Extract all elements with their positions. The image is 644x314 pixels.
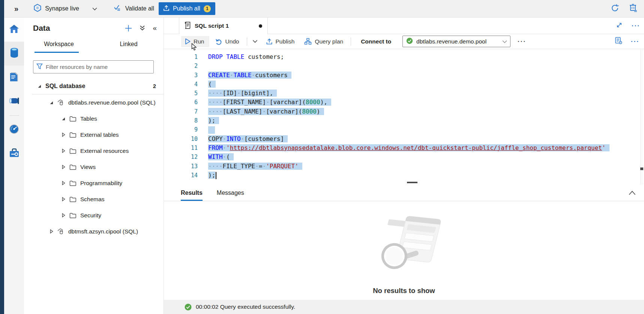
validate-label: Validate all	[125, 5, 154, 12]
chevron-collapsed-icon[interactable]	[61, 181, 66, 185]
code-line-12[interactable]: 12WITH·(	[164, 153, 640, 161]
tab-linked[interactable]: Linked	[94, 38, 164, 53]
tree-item-external-resources[interactable]: External resources	[24, 143, 164, 159]
tree-item-schemas[interactable]: Schemas	[24, 191, 164, 207]
unsaved-changes-dot	[259, 24, 262, 28]
refresh-icon[interactable]	[611, 4, 619, 14]
code-line-6[interactable]: 6····[FIRST_NAME]·[varchar](8000),	[164, 98, 640, 107]
folder-icon	[69, 212, 77, 218]
toolbar-divider	[247, 37, 247, 46]
query-status-bar: 00:00:02 Query executed successfully.	[164, 300, 644, 314]
line-number: 7	[164, 107, 198, 116]
sql-code-editor[interactable]: 1DROP TABLE customers;23CREATE·TABLE·cus…	[164, 49, 640, 185]
code-line-7[interactable]: 7····[LAST_NAME]·[varchar](8000)	[164, 107, 640, 116]
empty-results-title: No results to show	[164, 287, 644, 295]
toolbar-overflow-icon[interactable]: ···	[631, 38, 639, 45]
add-icon[interactable]	[125, 25, 132, 32]
collapse-results-chevron-icon[interactable]	[629, 191, 636, 195]
query-plan-button[interactable]: Query plan	[304, 38, 343, 45]
collapse-all-icon[interactable]	[140, 25, 145, 31]
tree-item-label: Security	[80, 212, 101, 219]
nav-monitor[interactable]	[4, 118, 24, 142]
folder-icon	[69, 116, 77, 122]
code-line-1[interactable]: 1DROP TABLE customers;	[164, 52, 640, 61]
tab-workspace[interactable]: Workspace	[24, 38, 94, 53]
code-line-13[interactable]: 13····FILE_TYPE·=·'PARQUET'	[164, 162, 640, 171]
code-line-10[interactable]: 10COPY·INTO·[customers]	[164, 135, 640, 144]
line-number: 13	[164, 162, 198, 171]
code-text: DROP TABLE customers;	[208, 52, 284, 61]
code-line-9[interactable]: 9	[164, 125, 640, 134]
line-number: 10	[164, 135, 198, 144]
line-number: 2	[164, 61, 198, 70]
text-cursor	[216, 172, 216, 179]
code-text: ····FILE_TYPE·=·'PARQUET'	[208, 162, 302, 171]
nav-integrate[interactable]	[4, 90, 24, 114]
run-options-chevron-icon[interactable]	[252, 40, 258, 43]
folder-icon	[69, 180, 77, 186]
environment-switcher[interactable]: Synapse live	[33, 4, 97, 13]
nav-home[interactable]	[4, 18, 24, 42]
tree-item-views[interactable]: Views	[24, 159, 164, 175]
chevron-collapsed-icon[interactable]	[61, 213, 66, 218]
discard-icon[interactable]	[629, 3, 637, 14]
code-line-4[interactable]: 4(	[164, 80, 640, 89]
chevron-collapsed-icon[interactable]	[61, 132, 66, 137]
run-button[interactable]: Run	[181, 36, 209, 47]
chevron-down-icon[interactable]	[92, 5, 97, 12]
code-text: WITH·(	[208, 153, 234, 161]
code-line-14[interactable]: 14);	[164, 171, 640, 180]
code-line-5[interactable]: 5····[ID]·[bigint],	[164, 89, 640, 98]
tab-more-actions-icon[interactable]: ···	[632, 22, 640, 30]
tree-item-tables[interactable]: Tables	[24, 111, 164, 127]
chevron-collapsed-icon[interactable]	[61, 197, 66, 202]
nav-manage[interactable]	[4, 142, 24, 166]
tab-messages[interactable]: Messages	[217, 185, 244, 201]
expand-nav-icon[interactable]: »	[14, 4, 18, 13]
code-line-3[interactable]: 3CREATE·TABLE·customers	[164, 71, 640, 80]
expand-editor-icon[interactable]	[616, 22, 623, 30]
top-command-bar: » Synapse live Validate all Publish all …	[0, 0, 644, 18]
tree-item-dbtlabs-revenue-demo-pool-sql[interactable]: dbtlabs.revenue.demo.pool (SQL)	[24, 94, 164, 111]
nav-develop[interactable]	[4, 66, 24, 90]
code-line-2[interactable]: 2	[164, 61, 640, 70]
toolbar-more-icon[interactable]: ···	[518, 38, 526, 45]
publish-upload-icon	[163, 5, 170, 13]
vertical-scrollbar[interactable]	[640, 49, 643, 185]
filter-resources-box	[33, 60, 154, 73]
chevron-collapsed-icon[interactable]	[61, 148, 66, 153]
collapse-panel-icon[interactable]: «	[153, 24, 157, 32]
code-line-8[interactable]: 8);	[164, 116, 640, 125]
tree-item-dbtmsft-azsyn-cipool-sql[interactable]: dbtmsft.azsyn.cipool (SQL)	[24, 223, 164, 239]
line-number: 1	[164, 52, 198, 61]
line-number: 11	[164, 144, 198, 153]
chevron-collapsed-icon[interactable]	[49, 229, 54, 234]
tree-item-label: Views	[80, 164, 96, 170]
tab-sql-script-1[interactable]: SQL script 1	[179, 18, 268, 34]
tree-item-security[interactable]: Security	[24, 207, 164, 223]
tree-item-external-tables[interactable]: External tables	[24, 127, 164, 143]
connect-to-pool-dropdown[interactable]: dbtlabs.revenue.demo.pool	[402, 36, 510, 47]
validate-all-button[interactable]: Validate all	[114, 4, 154, 13]
code-line-11[interactable]: 11FROM·'https://dbtlabsynapsedatalake.bl…	[164, 144, 640, 153]
code-text: ····[ID]·[bigint],	[208, 89, 277, 98]
publish-all-button[interactable]: Publish all 1	[159, 2, 215, 15]
resource-tree: SQL database2dbtlabs.revenue.demo.pool (…	[24, 78, 164, 239]
tree-item-programmability[interactable]: Programmability	[24, 175, 164, 191]
undo-button[interactable]: Undo	[215, 38, 239, 45]
chevron-expanded-icon[interactable]	[61, 117, 66, 121]
chevron-expanded-icon[interactable]	[37, 84, 42, 88]
publish-button[interactable]: Publish	[266, 38, 295, 45]
script-properties-icon[interactable]	[615, 37, 623, 46]
filter-funnel-icon	[36, 63, 43, 71]
tree-item-sql-database[interactable]: SQL database2	[24, 78, 164, 94]
chevron-expanded-icon[interactable]	[49, 100, 54, 105]
tree-item-label: dbtmsft.azsyn.cipool (SQL)	[68, 228, 138, 235]
tree-item-label: dbtlabs.revenue.demo.pool (SQL)	[68, 99, 156, 106]
chevron-collapsed-icon[interactable]	[61, 164, 66, 169]
tab-results[interactable]: Results	[181, 185, 203, 201]
horizontal-scrollbar-handle[interactable]	[407, 182, 417, 183]
publish-count-badge: 1	[204, 5, 211, 12]
filter-resources-input[interactable]	[46, 64, 150, 70]
nav-data[interactable]	[4, 42, 24, 66]
